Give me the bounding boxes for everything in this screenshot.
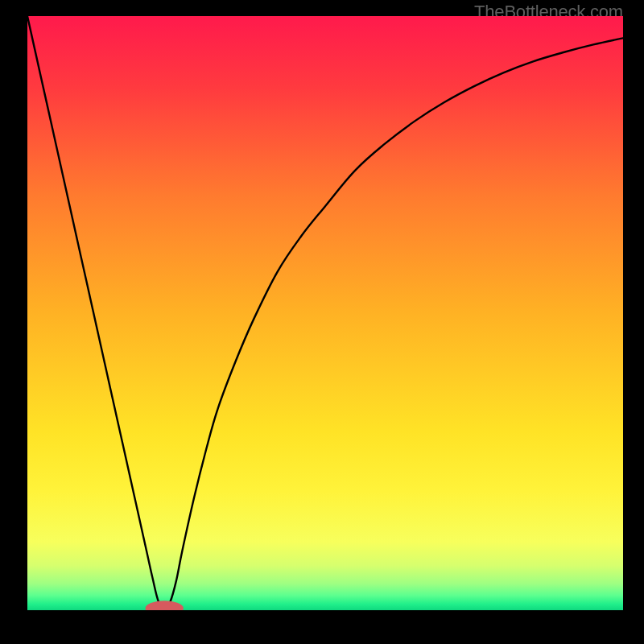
chart-frame: TheBottleneck.com [0, 0, 644, 644]
plot-area [27, 16, 623, 610]
chart-svg [27, 16, 623, 610]
gradient-background [27, 16, 623, 610]
